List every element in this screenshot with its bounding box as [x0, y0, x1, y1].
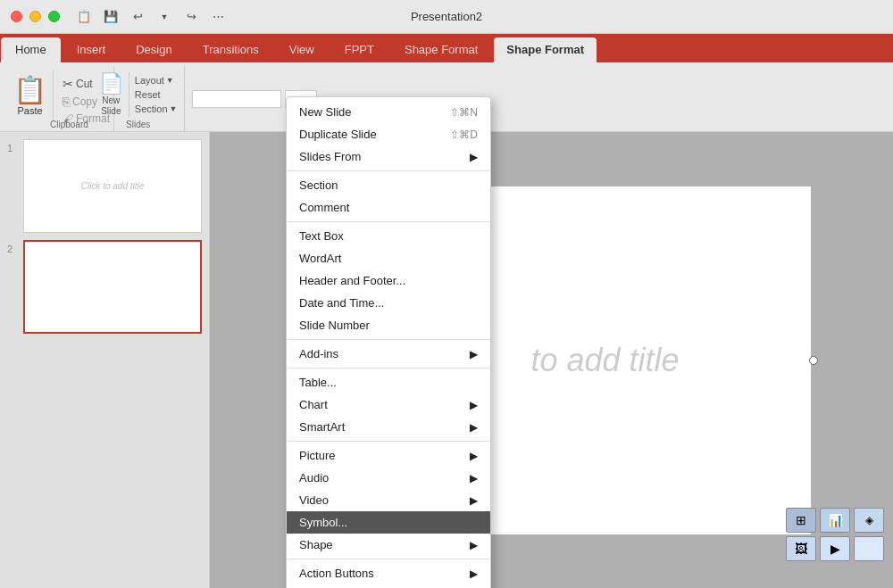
menu-item-table-label: Table... [299, 376, 337, 389]
menu-separator-4 [287, 368, 490, 369]
tab-transitions[interactable]: Transitions [188, 37, 273, 62]
paste-icon: 📋 [13, 74, 46, 105]
tab-shape-format[interactable]: Shape Format [494, 37, 597, 62]
slides-group: 📄 NewSlide Layout ▼ Reset Section ▼ Slid… [92, 66, 186, 131]
menu-item-header-footer[interactable]: Header and Footer... [287, 269, 490, 292]
slide-panel: 1 Click to add title 2 [0, 132, 210, 588]
new-slide-icon: 📄 [99, 72, 123, 95]
placeholder-icon [854, 536, 884, 561]
font-family-dropdown[interactable] [192, 90, 281, 108]
menu-item-wordart[interactable]: WordArt [287, 247, 490, 269]
menu-item-addins-label: Add-ins [299, 347, 338, 360]
smartart-icon: ◈ [854, 508, 884, 533]
menu-item-comment-label: Comment [299, 201, 349, 214]
menu-item-shape[interactable]: Shape ▶ [287, 534, 490, 556]
section-arrow: ▼ [170, 104, 178, 113]
copy-icon: ⎘ [63, 95, 70, 109]
menu-item-action-buttons-label: Action Buttons [299, 567, 374, 580]
undo-dropdown-icon[interactable]: ▼ [154, 7, 174, 27]
menu-item-new-slide-shortcut: ⇧⌘N [450, 106, 478, 119]
new-slide-button[interactable]: 📄 NewSlide [99, 72, 129, 117]
window-controls: 📋 💾 ↩ ▼ ↪ ⋯ [11, 7, 228, 27]
close-button[interactable] [11, 11, 22, 22]
tab-home[interactable]: Home [1, 37, 61, 62]
menu-item-date-time-label: Date and Time... [299, 296, 384, 310]
menu-item-wordart-label: WordArt [299, 252, 341, 265]
menu-item-section-label: Section [299, 178, 338, 192]
menu-separator-2 [287, 221, 490, 222]
photo-icon: 🖼 [786, 536, 816, 561]
tab-review[interactable]: View [275, 37, 329, 62]
tab-design[interactable]: Design [121, 37, 186, 62]
menu-item-table[interactable]: Table... [287, 371, 490, 393]
slide-1-thumbnail[interactable]: Click to add title [23, 139, 202, 233]
menu-item-symbol[interactable]: Symbol... [287, 511, 490, 534]
cut-label: Cut [76, 78, 93, 90]
tab-fppt[interactable]: Shape Format [390, 37, 492, 62]
undo-icon[interactable]: ↩ [128, 7, 147, 27]
paste-button[interactable]: 📋 Paste [11, 70, 54, 120]
tab-view[interactable]: FPPT [330, 37, 388, 62]
menu-item-slides-from-arrow: ▶ [470, 151, 478, 163]
slides-group-content: 📄 NewSlide Layout ▼ Reset Section ▼ [99, 70, 178, 120]
menu-separator-1 [287, 170, 490, 171]
menu-item-header-footer-label: Header and Footer... [299, 274, 405, 287]
menu-item-picture-label: Picture [299, 449, 335, 462]
menu-separator-3 [287, 339, 490, 340]
redo-icon[interactable]: ↪ [181, 7, 201, 27]
slide-1-content: Click to add title [24, 140, 201, 232]
menu-item-video-label: Video [299, 493, 329, 507]
menu-item-action-buttons-arrow: ▶ [470, 567, 478, 580]
reset-button[interactable]: Reset [135, 89, 178, 100]
menu-separator-5 [287, 441, 490, 442]
menu-item-smartart-arrow: ▶ [470, 421, 478, 434]
window-title: Presentation2 [411, 10, 482, 23]
menu-item-audio[interactable]: Audio ▶ [287, 467, 490, 489]
menu-item-addins[interactable]: Add-ins ▶ [287, 343, 490, 365]
resize-handle[interactable] [809, 356, 818, 365]
menu-item-smartart[interactable]: SmartArt ▶ [287, 416, 490, 438]
menu-item-slide-number-label: Slide Number [299, 319, 370, 332]
menu-item-chart-arrow: ▶ [470, 399, 478, 411]
slide-2-thumbnail[interactable] [23, 240, 202, 334]
right-icon-grid: ⊞ 📊 ◈ 🖼 ▶ [786, 508, 884, 561]
menu-item-picture[interactable]: Picture ▶ [287, 444, 490, 467]
new-slide-label: NewSlide [101, 95, 121, 117]
tab-insert[interactable]: Insert [63, 37, 121, 62]
menu-item-action-settings[interactable]: Action Settings... [287, 584, 490, 588]
slide-sub-buttons: Layout ▼ Reset Section ▼ [135, 75, 178, 114]
slide-2-number: 2 [7, 240, 20, 254]
menu-item-text-box[interactable]: Text Box [287, 225, 490, 247]
slide-2-content [25, 242, 200, 332]
more-icon[interactable]: ⋯ [208, 7, 228, 27]
save-file-icon[interactable]: 💾 [101, 7, 121, 27]
title-bar: 📋 💾 ↩ ▼ ↪ ⋯ Presentation2 [0, 0, 893, 34]
section-button[interactable]: Section ▼ [135, 104, 178, 114]
menu-item-slides-from[interactable]: Slides From ▶ [287, 145, 490, 168]
layout-button[interactable]: Layout ▼ [135, 75, 178, 86]
menu-item-audio-label: Audio [299, 471, 329, 484]
menu-item-new-slide-label: New Slide [299, 105, 352, 119]
menu-item-duplicate-shortcut: ⇧⌘D [450, 128, 478, 141]
cut-icon: ✂ [63, 77, 73, 91]
menu-item-picture-arrow: ▶ [470, 450, 478, 462]
save-icon[interactable]: 📋 [74, 7, 94, 27]
menu-item-audio-arrow: ▶ [470, 472, 478, 484]
video-icon: ▶ [820, 536, 850, 561]
menu-item-action-buttons[interactable]: Action Buttons ▶ [287, 562, 490, 584]
menu-item-date-time[interactable]: Date and Time... [287, 292, 490, 314]
minimize-button[interactable] [29, 11, 41, 22]
menu-item-chart-label: Chart [299, 398, 328, 411]
chart-icon: 📊 [820, 508, 850, 533]
menu-item-comment[interactable]: Comment [287, 196, 490, 219]
maximize-button[interactable] [48, 11, 60, 22]
menu-item-slide-number[interactable]: Slide Number [287, 314, 490, 336]
menu-item-new-slide[interactable]: New Slide ⇧⌘N [287, 101, 490, 123]
layout-label: Layout [135, 75, 164, 86]
menu-item-section[interactable]: Section [287, 174, 490, 196]
menu-item-addins-arrow: ▶ [470, 348, 478, 360]
menu-item-duplicate-slide[interactable]: Duplicate Slide ⇧⌘D [287, 123, 490, 145]
menu-item-video[interactable]: Video ▶ [287, 489, 490, 511]
menu-item-symbol-label: Symbol... [299, 516, 347, 529]
menu-item-chart[interactable]: Chart ▶ [287, 393, 490, 416]
